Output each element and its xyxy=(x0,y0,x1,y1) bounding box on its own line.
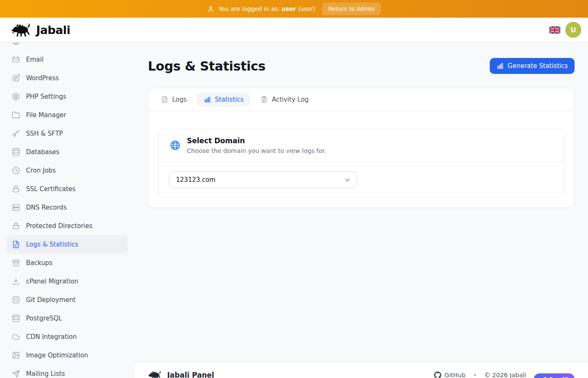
sidebar-item-label: Cron Jobs xyxy=(26,167,56,174)
lock-icon xyxy=(12,222,20,230)
lock-icon xyxy=(12,185,20,193)
logs-card: LogsStatisticsActivity Log Select Domain… xyxy=(148,88,575,208)
sidebar-item-dns-records[interactable]: DNS Records xyxy=(7,198,128,217)
sidebar-item-label: Backups xyxy=(26,259,52,267)
chevron-down-icon xyxy=(344,176,351,184)
sidebar-item-ssh-sftp[interactable]: SSH & SFTP xyxy=(7,124,128,143)
sidebar-item-cron-jobs[interactable]: Cron Jobs xyxy=(7,161,128,180)
sidebar-item-label: SSL Certificates xyxy=(26,185,76,193)
footer-logo-icon xyxy=(148,370,162,378)
sidebar-item-label: Protected Directories xyxy=(26,222,92,230)
tab-label: Activity Log xyxy=(272,96,309,103)
send-icon xyxy=(12,370,20,378)
server-icon xyxy=(12,203,20,212)
version-badge[interactable]: v2.0-rc42 xyxy=(534,373,575,378)
globe-icon xyxy=(170,140,181,151)
folder-icon xyxy=(12,111,20,119)
mail-icon xyxy=(12,55,20,64)
sidebar-item-label: PHP Settings xyxy=(26,93,66,100)
sidebar-item-label: PostgreSQL xyxy=(26,315,62,322)
sidebar-item-label: File Manager xyxy=(26,111,66,119)
archive-icon xyxy=(12,259,20,267)
key-icon xyxy=(12,129,20,138)
sidebar-item-label: DNS Records xyxy=(26,204,67,211)
user-avatar[interactable]: U xyxy=(565,22,581,38)
brand-name: Jabali xyxy=(36,24,70,37)
tab-label: Logs xyxy=(172,96,187,103)
sidebar-item-label: CDN Integration xyxy=(26,333,77,341)
sidebar-item-logs-statistics[interactable]: Logs & Statistics xyxy=(7,235,128,254)
bar-chart-icon xyxy=(496,62,504,70)
sidebar-item-postgresql[interactable]: PostgreSQL xyxy=(7,309,128,328)
sidebar-item-partial[interactable] xyxy=(7,42,128,50)
page-title: Logs & Statistics xyxy=(148,59,265,74)
logged-in-username: user xyxy=(281,5,296,12)
sidebar-nav: EmailWordPressPHP SettingsFile ManagerSS… xyxy=(7,42,128,378)
sidebar-item-label: SSH & SFTP xyxy=(26,130,63,137)
domain-select[interactable]: 123123.com xyxy=(169,171,357,188)
sidebar-item-label: Databases xyxy=(26,148,59,156)
logged-in-message: You are logged in as: user (user) xyxy=(207,5,315,13)
sidebar-item-cdn-integration[interactable]: CDN Integration xyxy=(7,328,128,346)
footer-copyright: © 2026 Jabali xyxy=(484,372,526,378)
sidebar-item-label: cPanel Migration xyxy=(26,278,78,285)
github-icon xyxy=(434,371,441,378)
sidebar-item-label: Image Optimization xyxy=(26,352,88,359)
main-content: Logs & Statistics Generate Statistics Lo… xyxy=(134,42,588,378)
app-header: Jabali U xyxy=(0,18,588,42)
image-icon xyxy=(12,351,20,360)
clipboard-icon xyxy=(260,96,268,103)
github-label: GitHub xyxy=(444,372,465,378)
download-icon xyxy=(12,277,20,286)
footer: Jabali Panel GitHub • © 2026 Jabali v2.0… xyxy=(134,362,588,378)
sidebar-item-protected-directories[interactable]: Protected Directories xyxy=(7,217,128,235)
bar-chart-icon xyxy=(204,96,211,103)
select-domain-title: Select Domain xyxy=(187,136,326,145)
logged-in-prefix: You are logged in as: xyxy=(218,5,280,12)
sidebar-item-backups[interactable]: Backups xyxy=(7,254,128,272)
jabali-logo-icon xyxy=(11,22,32,37)
sidebar-item-cpanel-migration[interactable]: cPanel Migration xyxy=(7,272,128,291)
generate-statistics-button[interactable]: Generate Statistics xyxy=(490,58,575,74)
sidebar-item-email[interactable]: Email xyxy=(7,50,128,69)
tab-statistics[interactable]: Statistics xyxy=(197,92,251,107)
brand[interactable]: Jabali xyxy=(11,22,70,37)
edit-icon xyxy=(12,74,20,82)
sidebar-item-image-optimization[interactable]: Image Optimization xyxy=(7,346,128,365)
sidebar-item-php-settings[interactable]: PHP Settings xyxy=(7,87,128,106)
sidebar-item-wordpress[interactable]: WordPress xyxy=(7,69,128,87)
sidebar: EmailWordPressPHP SettingsFile ManagerSS… xyxy=(0,42,134,378)
domain-select-value: 123123.com xyxy=(176,176,215,184)
sidebar-item-label: Git Deployment xyxy=(26,296,76,304)
tabs: LogsStatisticsActivity Log xyxy=(148,88,574,111)
github-link[interactable]: GitHub xyxy=(434,371,465,378)
uk-flag-icon[interactable] xyxy=(549,26,560,34)
sidebar-item-label: Logs & Statistics xyxy=(26,241,78,248)
footer-brand: Jabali Panel xyxy=(167,371,214,378)
user-icon xyxy=(207,5,214,13)
gear-icon xyxy=(12,92,20,101)
tab-logs[interactable]: Logs xyxy=(154,92,194,107)
sidebar-item-ssl-certificates[interactable]: SSL Certificates xyxy=(7,180,128,198)
code-icon xyxy=(12,296,20,304)
globe-icon xyxy=(12,42,20,45)
impersonation-banner: You are logged in as: user (user) Return… xyxy=(0,0,588,18)
sidebar-item-label: Email xyxy=(26,56,44,63)
select-domain-subtitle: Choose the domain you want to view logs … xyxy=(187,147,326,154)
return-to-admin-button[interactable]: Return to Admin xyxy=(322,3,381,15)
select-domain-card: Select Domain Choose the domain you want… xyxy=(158,129,564,197)
database-icon xyxy=(12,314,20,323)
cloud-icon xyxy=(12,333,20,341)
sidebar-item-label: WordPress xyxy=(26,74,59,82)
file-text-icon xyxy=(12,240,20,249)
database-icon xyxy=(12,148,20,156)
clock-icon xyxy=(12,166,20,175)
tab-activity-log[interactable]: Activity Log xyxy=(254,92,315,107)
logged-in-role: (user) xyxy=(298,5,315,12)
sidebar-item-file-manager[interactable]: File Manager xyxy=(7,106,128,124)
sidebar-item-databases[interactable]: Databases xyxy=(7,143,128,161)
sidebar-item-mailing-lists[interactable]: Mailing Lists xyxy=(7,365,128,378)
sidebar-item-git-deployment[interactable]: Git Deployment xyxy=(7,291,128,309)
file-text-icon xyxy=(161,96,168,103)
tab-label: Statistics xyxy=(215,96,244,103)
